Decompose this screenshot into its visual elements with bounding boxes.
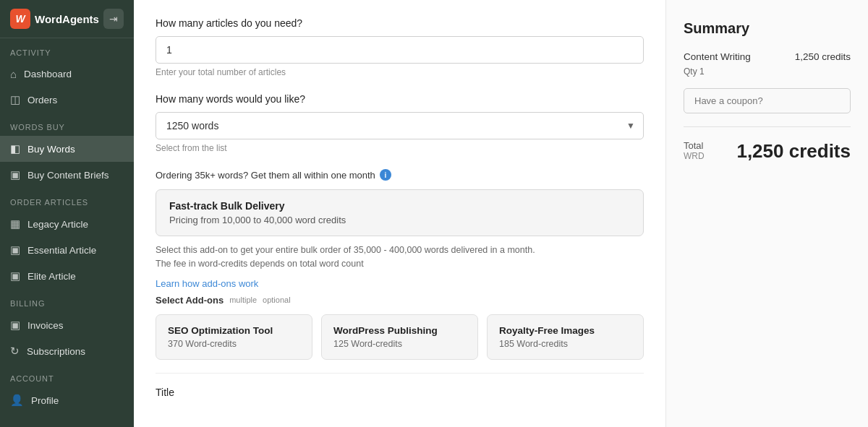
logo: W WordAgents bbox=[10, 9, 99, 29]
addons-label-text: Select Add-ons bbox=[156, 295, 224, 306]
logo-icon: W bbox=[10, 9, 30, 29]
bulk-card-subtitle: Pricing from 10,000 to 40,000 word credi… bbox=[169, 215, 630, 225]
form-area: How many articles do you need? Enter you… bbox=[134, 0, 665, 427]
sidebar-exit-button[interactable]: ⇥ bbox=[103, 9, 124, 29]
dashboard-icon: ⌂ bbox=[10, 68, 17, 80]
sidebar-item-label: Buy Content Briefs bbox=[27, 170, 109, 181]
summary-item-name: Content Writing bbox=[684, 51, 751, 62]
learn-link[interactable]: Learn how add-ons work bbox=[156, 278, 258, 289]
words-hint: Select from the list bbox=[156, 143, 644, 153]
section-label-activity: Activity bbox=[0, 38, 134, 61]
summary-panel: Summary Content Writing 1,250 credits Qt… bbox=[665, 0, 868, 427]
bulk-notice-text: Ordering 35k+ words? Get them all within… bbox=[156, 170, 375, 181]
summary-divider bbox=[684, 126, 851, 127]
words-select-wrap: 500 words 750 words 1000 words 1250 word… bbox=[156, 112, 644, 139]
sidebar-item-legacy-article[interactable]: ▦ Legacy Article bbox=[0, 211, 134, 237]
sidebar-item-label: Profile bbox=[31, 395, 59, 406]
bulk-card[interactable]: Fast-track Bulk Delivery Pricing from 10… bbox=[156, 189, 644, 236]
elite-article-icon: ▣ bbox=[10, 269, 20, 282]
summary-total-sub: WRD bbox=[684, 151, 705, 161]
profile-icon: 👤 bbox=[10, 394, 24, 407]
section-label-words-buy: Words Buy bbox=[0, 113, 134, 136]
sidebar-item-label: Legacy Article bbox=[27, 219, 88, 230]
sidebar-item-subscriptions[interactable]: ↻ Subscriptions bbox=[0, 338, 134, 364]
sidebar-item-essential-article[interactable]: ▣ Essential Article bbox=[0, 237, 134, 263]
summary-total-credits: 1,250 credits bbox=[736, 140, 851, 163]
addon-credits-images: 185 Word-credits bbox=[499, 339, 631, 349]
sidebar-item-buy-words[interactable]: ◧ Buy Words bbox=[0, 136, 134, 162]
sidebar-header: W WordAgents ⇥ bbox=[0, 0, 134, 38]
articles-label: How many articles do you need? bbox=[156, 17, 644, 29]
orders-icon: ◫ bbox=[10, 93, 20, 106]
words-label: How many words would you like? bbox=[156, 93, 644, 105]
sidebar-item-elite-article[interactable]: ▣ Elite Article bbox=[0, 263, 134, 289]
sidebar-item-label: Subscriptions bbox=[27, 346, 85, 357]
addon-title-wordpress: WordPress Publishing bbox=[333, 325, 466, 336]
articles-group: How many articles do you need? Enter you… bbox=[156, 17, 644, 77]
legacy-article-icon: ▦ bbox=[10, 217, 20, 230]
section-divider bbox=[156, 373, 644, 374]
summary-qty-label: Qty bbox=[684, 66, 697, 77]
summary-total-info: Total WRD bbox=[684, 140, 705, 161]
sidebar-item-label: Elite Article bbox=[27, 271, 76, 282]
bulk-card-title: Fast-track Bulk Delivery bbox=[169, 200, 630, 212]
sidebar-item-invoices[interactable]: ▣ Invoices bbox=[0, 312, 134, 338]
summary-qty-value: 1 bbox=[699, 66, 705, 77]
summary-total-row: Total WRD 1,250 credits bbox=[684, 140, 851, 163]
addons-multiple-badge: multiple bbox=[229, 296, 257, 304]
sidebar-item-orders[interactable]: ◫ Orders bbox=[0, 87, 134, 113]
sidebar-item-profile[interactable]: 👤 Profile bbox=[0, 387, 134, 413]
section-label-order-articles: Order Articles bbox=[0, 188, 134, 211]
sidebar-item-label: Buy Words bbox=[27, 144, 75, 155]
logo-text: WordAgents bbox=[35, 13, 99, 25]
bulk-notice: Ordering 35k+ words? Get them all within… bbox=[156, 169, 644, 181]
addon-credits-seo: 370 Word-credits bbox=[168, 339, 300, 349]
section-label-billing: Billing bbox=[0, 289, 134, 312]
words-group: How many words would you like? 500 words… bbox=[156, 93, 644, 153]
buy-words-icon: ◧ bbox=[10, 142, 20, 155]
sidebar-item-label: Dashboard bbox=[24, 69, 72, 79]
summary-item-credits: 1,250 credits bbox=[795, 51, 851, 62]
articles-input[interactable] bbox=[156, 36, 644, 64]
title-section-label: Title bbox=[156, 387, 644, 398]
buy-content-briefs-icon: ▣ bbox=[10, 168, 20, 181]
sidebar-item-label: Invoices bbox=[27, 320, 64, 331]
main-content: How many articles do you need? Enter you… bbox=[134, 0, 868, 427]
addons-label: Select Add-ons multiple optional bbox=[156, 295, 644, 306]
summary-item-row: Content Writing 1,250 credits bbox=[684, 51, 851, 62]
subscriptions-icon: ↻ bbox=[10, 345, 20, 358]
invoices-icon: ▣ bbox=[10, 319, 20, 332]
sidebar-item-label: Essential Article bbox=[27, 245, 96, 256]
addon-title-seo: SEO Optimization Tool bbox=[168, 325, 300, 336]
sidebar-item-buy-content-briefs[interactable]: ▣ Buy Content Briefs bbox=[0, 162, 134, 188]
addon-card-wordpress[interactable]: WordPress Publishing 125 Word-credits bbox=[321, 314, 478, 360]
addon-title-images: Royalty-Free Images bbox=[499, 325, 631, 336]
summary-title: Summary bbox=[684, 20, 851, 37]
coupon-input[interactable] bbox=[684, 88, 851, 113]
articles-hint: Enter your total number of articles bbox=[156, 67, 644, 77]
summary-qty: Qty 1 bbox=[684, 66, 851, 77]
info-icon: i bbox=[380, 169, 391, 181]
addon-credits-wordpress: 125 Word-credits bbox=[333, 339, 466, 349]
essential-article-icon: ▣ bbox=[10, 243, 20, 256]
addons-optional-badge: optional bbox=[263, 296, 291, 304]
addon-card-images[interactable]: Royalty-Free Images 185 Word-credits bbox=[487, 314, 644, 360]
sidebar: W WordAgents ⇥ Activity ⌂ Dashboard ◫ Or… bbox=[0, 0, 134, 427]
addons-grid: SEO Optimization Tool 370 Word-credits W… bbox=[156, 314, 644, 360]
section-label-account: Account bbox=[0, 364, 134, 387]
bulk-description: Select this add-on to get your entire bu… bbox=[156, 243, 644, 271]
sidebar-item-label: Orders bbox=[27, 95, 57, 105]
words-select[interactable]: 500 words 750 words 1000 words 1250 word… bbox=[156, 112, 644, 139]
addon-card-seo[interactable]: SEO Optimization Tool 370 Word-credits bbox=[156, 314, 312, 360]
sidebar-item-dashboard[interactable]: ⌂ Dashboard bbox=[0, 61, 134, 87]
summary-total-label: Total bbox=[684, 140, 705, 151]
